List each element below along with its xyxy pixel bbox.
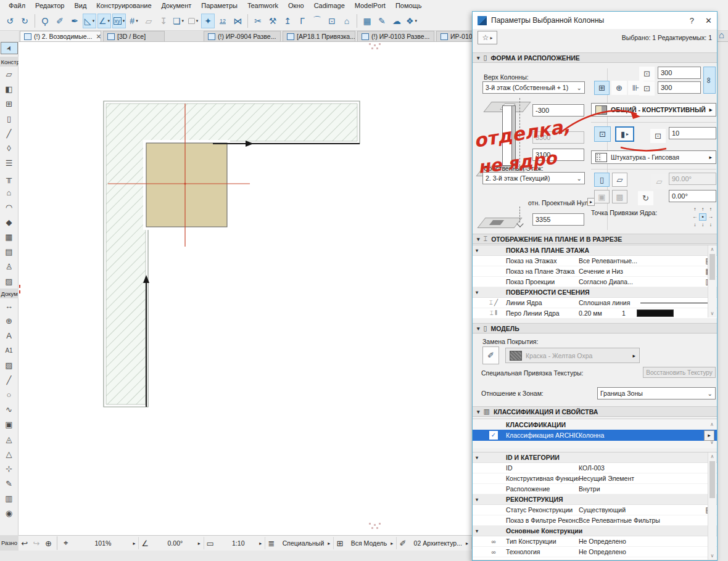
circle-tool[interactable]: ○ xyxy=(1,387,18,402)
fill-tool[interactable]: ▨ xyxy=(1,358,18,372)
menu-teamwork[interactable]: Teamwork xyxy=(242,1,283,10)
detail-tool[interactable]: ✎ xyxy=(1,476,18,491)
scale-icon[interactable]: ▭ xyxy=(204,537,216,549)
list-item[interactable]: Показ на Плане Этажа Сечение и Низ ▦ xyxy=(473,266,717,277)
pen-set-icon[interactable]: ✐ xyxy=(397,537,408,549)
menu-window[interactable]: Окно xyxy=(283,1,309,10)
veneer-core-button[interactable]: ⊡ xyxy=(594,126,611,142)
railing-tool[interactable]: ╥ xyxy=(1,170,18,185)
anchor-mode-center-button[interactable]: ⊕ xyxy=(611,81,627,95)
section-tool[interactable]: ◬ xyxy=(1,432,18,446)
surface-paint-button[interactable]: ✐ xyxy=(482,346,499,364)
list-item[interactable]: Показ в Фильтре Реконс... Все Релевантны… xyxy=(473,515,717,526)
slab-tool[interactable]: ◊ xyxy=(1,141,18,155)
column-center-node[interactable] xyxy=(184,182,186,184)
veneer-thickness-input[interactable]: 10 xyxy=(669,127,716,139)
list-item[interactable]: Показ на Этажах Все Релевантные... ▤ xyxy=(473,256,717,266)
core-width-input[interactable]: 300 xyxy=(658,67,701,79)
arrow-tool[interactable]: ➤ xyxy=(1,42,18,54)
zone-relation-select[interactable]: Граница Зоны⌄ xyxy=(597,387,716,399)
menu-modelport[interactable]: ModelPort xyxy=(350,1,391,10)
list-item[interactable]: ⌶‖ Перо Линии Ядра 0.20 мм 1 xyxy=(473,308,717,319)
menu-cadimage[interactable]: Cadimage xyxy=(309,1,350,10)
wall-tool[interactable]: ▱ xyxy=(1,67,18,81)
line-tool[interactable]: ╱ xyxy=(1,372,18,387)
render-brush-icon[interactable]: ✎ xyxy=(375,14,389,28)
tab-3d-all[interactable]: [3D / Все] xyxy=(103,31,165,41)
split-icon[interactable]: ✂ xyxy=(251,14,265,28)
column-top-link-select[interactable]: 3-й этаж (Собственный + 1)⌄ xyxy=(482,81,585,94)
core-anchor-grid[interactable]: ↑↑↑ ←•→ ↓↓↓ xyxy=(691,205,714,229)
scale-control[interactable]: 1:10▸ xyxy=(216,537,265,549)
orientation-icon[interactable]: ∠ xyxy=(139,537,151,549)
dialog-title-bar[interactable]: Параметры Выбранной Колонны ? ✕ xyxy=(473,12,717,29)
level-dimension-tool[interactable]: ⊕ xyxy=(1,313,18,328)
core-depth-input[interactable]: 300 xyxy=(658,81,701,94)
pen-set-control[interactable]: 02 Архитектур...▸ xyxy=(409,537,472,549)
fit-in-window-icon[interactable]: ⌖ xyxy=(60,537,72,549)
camera-tool[interactable]: ◉ xyxy=(1,506,18,520)
resize-icon[interactable]: ⊡ xyxy=(325,14,339,28)
tab-floor-plan[interactable]: (!) 2. Возводимые...✕ xyxy=(20,31,101,41)
list-subheader[interactable]: ▾ РЕКОНСТРУКЦИЯ xyxy=(473,494,717,505)
core-height-input[interactable]: 3100 xyxy=(532,149,584,161)
tab-ir-0103[interactable]: (!) ИР-0103 Разве... xyxy=(357,31,434,41)
curtain-wall-tool[interactable]: ▤ xyxy=(1,244,18,259)
figure-tool[interactable]: ▣ xyxy=(1,417,18,432)
toolbox-group-document[interactable]: Докум xyxy=(0,289,19,298)
stretch-icon[interactable]: ⋈ xyxy=(231,14,244,28)
cloud-save-icon[interactable]: ☁ xyxy=(390,14,403,28)
shell-tool[interactable]: ◠ xyxy=(1,200,18,215)
anchor-mode-core-button[interactable]: ⊞ xyxy=(594,81,610,95)
menu-view[interactable]: Вид xyxy=(69,1,91,10)
beam-tool[interactable]: ╱ xyxy=(1,126,18,141)
proportional-chain-button[interactable]: ∞ xyxy=(703,67,716,94)
menu-help[interactable]: Помощь xyxy=(391,1,427,10)
label-tool[interactable]: A1 xyxy=(1,343,18,358)
properties-scrollbar[interactable]: ∧ ∨ xyxy=(708,452,716,560)
door-tool[interactable]: ◧ xyxy=(1,81,18,96)
structure-type-button[interactable]: ОБЩИЙ - КОНСТРУКТИВНЫЙ▸ xyxy=(591,103,716,117)
elevation-tool[interactable]: △ xyxy=(1,446,18,461)
nav-back-icon[interactable]: ↩ xyxy=(19,537,30,549)
list-subheader[interactable]: ▾ ПОВЕРХНОСТИ СЕЧЕНИЯ xyxy=(473,287,717,298)
veneer-finish-button[interactable]: ▮▸ xyxy=(615,126,634,142)
column-tool[interactable]: ▯ xyxy=(1,111,18,126)
layer-combination-icon[interactable]: ≣ xyxy=(265,537,277,549)
floor-plan-canvas[interactable] xyxy=(19,42,472,535)
coordinates-toggle[interactable]: xy▾ xyxy=(112,14,126,28)
list-subheader[interactable]: ▾ ПОКАЗ НА ПЛАНЕ ЭТАЖА xyxy=(473,245,717,256)
toolbox-group-misc[interactable]: Разно xyxy=(0,535,19,551)
selected-column[interactable] xyxy=(146,143,227,227)
trim-icon[interactable]: ⚒ xyxy=(266,14,279,28)
classification-checkbox[interactable]: ✓ xyxy=(489,431,498,440)
list-item[interactable]: Статус Реконструкции Существующий ▤ xyxy=(473,505,717,515)
list-item[interactable]: Конструктивная Функция Несущий Элемент xyxy=(473,473,717,484)
section-classification[interactable]: ▾▥ КЛАССИФИКАЦИЯ И СВОЙСТВА xyxy=(473,406,717,417)
menu-edit[interactable]: Редактор xyxy=(30,1,69,10)
guidelines-toggle[interactable]: ∠▾ xyxy=(97,14,111,28)
tab-ir-0904[interactable]: (!) ИР-0904 Разве... xyxy=(204,31,281,41)
worksheet-tool[interactable]: ▥ xyxy=(1,491,18,506)
polyline-tool[interactable]: ∿ xyxy=(1,402,18,417)
vertical-column-button[interactable]: ▯ xyxy=(594,173,610,187)
bottom-elevation-input[interactable]: 3355 xyxy=(532,213,584,226)
menu-design[interactable]: Конструирование xyxy=(91,1,156,10)
list-item[interactable]: ∞ Тип Конструкции Не Определено xyxy=(473,536,717,547)
adjust-icon[interactable]: ↥ xyxy=(281,14,294,28)
text-tool[interactable]: A xyxy=(1,328,18,343)
tab-close-icon[interactable]: ✕ xyxy=(96,33,101,40)
list-item[interactable]: Показ Проекции Согласно Диапа... ▥ xyxy=(473,277,717,287)
close-button[interactable]: ✕ xyxy=(705,16,712,25)
window-tool[interactable]: ⊞ xyxy=(1,96,18,111)
veneer-material-button[interactable]: Штукатурка - Гипсовая▸ xyxy=(591,150,716,164)
roof-tool[interactable]: ⌂ xyxy=(1,185,18,200)
list-item[interactable]: ID КОЛ-003 xyxy=(473,463,717,473)
list-item[interactable]: ⌶╱ Линии Ядра Сплошная линия xyxy=(473,298,717,308)
intersect-icon[interactable]: Γ xyxy=(296,14,309,28)
section-model[interactable]: ▾▯ МОДЕЛЬ xyxy=(473,323,717,334)
orientation-control[interactable]: 0.00°▸ xyxy=(151,537,204,549)
layer-combination-control[interactable]: Специальный▸ xyxy=(278,537,334,549)
zoom-in-icon[interactable]: ⊕ xyxy=(43,537,54,549)
classification-row[interactable]: ✓ Классификация ARCHIC... Колонна ▸ xyxy=(473,430,717,441)
